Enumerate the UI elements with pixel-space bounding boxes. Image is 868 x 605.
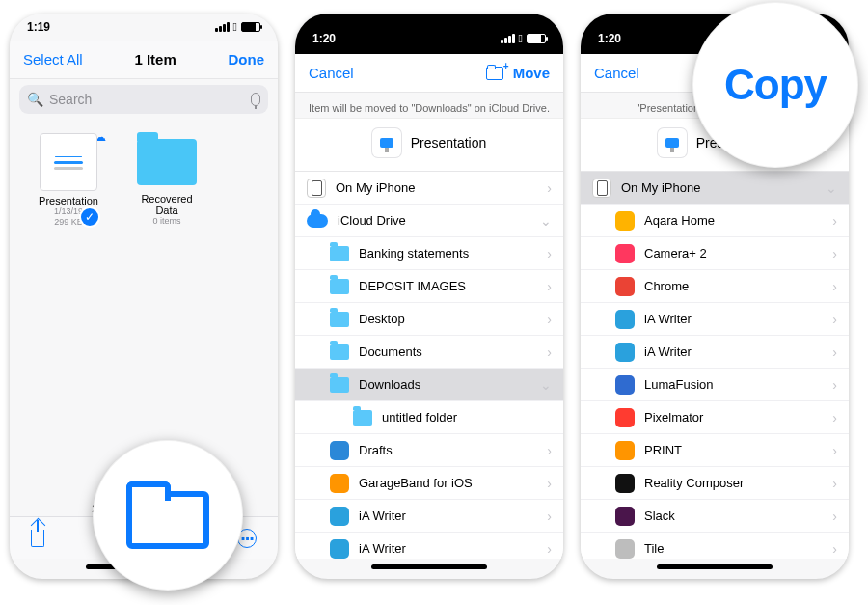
chevron-icon: › <box>832 541 837 557</box>
search-input[interactable]: 🔍 Search <box>19 85 268 114</box>
nav-bar: Select All 1 Item Done <box>10 41 278 79</box>
app-icon <box>615 310 635 329</box>
nav-bar: Cancel Move <box>295 54 563 93</box>
done-button[interactable]: Done <box>229 51 265 68</box>
location-row[interactable]: On My iPhone⌄ <box>581 172 849 205</box>
status-time: 1:20 <box>312 32 336 45</box>
app-icon <box>330 539 349 559</box>
magnifier-folder-icon <box>93 440 243 591</box>
location-row[interactable]: LumaFusion› <box>581 369 849 401</box>
row-label: GarageBand for iOS <box>359 476 473 490</box>
app-icon <box>330 441 349 460</box>
row-label: Reality Composer <box>644 476 744 490</box>
location-row[interactable]: Documents› <box>295 336 563 369</box>
chevron-icon: › <box>547 344 552 360</box>
location-row[interactable]: iA Writer› <box>295 533 563 559</box>
row-label: DEPOSIT IMAGES <box>359 279 466 293</box>
file-item-presentation[interactable]: ☁︎ ✓ Presentation 1/13/19 299 KB <box>31 133 106 228</box>
location-row[interactable]: Desktop› <box>295 303 563 336</box>
chevron-icon: › <box>547 476 552 491</box>
row-label: iA Writer <box>644 344 692 359</box>
app-icon <box>615 408 635 427</box>
folder-icon <box>126 491 209 549</box>
cancel-button[interactable]: Cancel <box>309 65 354 81</box>
select-all-button[interactable]: Select All <box>23 51 83 68</box>
location-row[interactable]: Reality Composer› <box>581 467 849 500</box>
row-label: Desktop <box>359 312 405 326</box>
chevron-icon: › <box>832 213 837 229</box>
file-thumb <box>40 133 97 191</box>
row-label: Camera+ 2 <box>644 246 707 261</box>
row-label: iA Writer <box>359 541 406 556</box>
app-icon <box>615 474 635 493</box>
chevron-icon: › <box>547 312 552 327</box>
chevron-icon: › <box>832 443 837 458</box>
share-button[interactable] <box>31 530 44 547</box>
row-label: Chrome <box>644 279 689 293</box>
location-row[interactable]: On My iPhone› <box>295 172 563 205</box>
magnifier-copy-label: Copy <box>692 2 858 168</box>
location-row[interactable]: Slack› <box>581 500 849 533</box>
app-icon <box>615 539 635 559</box>
folder-icon <box>330 377 349 393</box>
location-row[interactable]: Banking statements› <box>295 237 563 270</box>
location-row[interactable]: Aqara Home› <box>581 205 849 237</box>
row-label: untitled folder <box>382 410 457 425</box>
folder-meta: 0 items <box>129 216 204 227</box>
app-icon <box>615 507 635 526</box>
search-icon: 🔍 <box>27 92 43 107</box>
battery-icon <box>241 22 260 32</box>
cancel-button[interactable]: Cancel <box>594 65 639 81</box>
mic-icon[interactable] <box>251 93 260 106</box>
row-label: On My iPhone <box>621 180 700 195</box>
row-label: Documents <box>359 344 422 359</box>
location-row[interactable]: iA Writer› <box>581 336 849 369</box>
chevron-icon: › <box>832 279 837 294</box>
location-row[interactable]: Camera+ 2› <box>581 237 849 270</box>
location-row[interactable]: iCloud Drive⌄ <box>295 205 563 237</box>
wifi-icon: 􀙇 <box>233 20 237 34</box>
app-icon <box>615 375 635 395</box>
row-label: Drafts <box>359 443 393 457</box>
new-folder-icon[interactable] <box>486 67 503 80</box>
location-list[interactable]: On My iPhone›iCloud Drive⌄Banking statem… <box>295 172 563 559</box>
location-row[interactable]: Tile› <box>581 533 849 559</box>
location-row[interactable]: Chrome› <box>581 270 849 303</box>
status-time: 1:19 <box>27 20 50 34</box>
location-row[interactable]: PRINT› <box>581 434 849 467</box>
folder-item-recovered[interactable]: Recovered Data 0 items <box>129 133 204 228</box>
location-row[interactable]: Drafts› <box>295 434 563 467</box>
row-label: Slack <box>644 509 675 523</box>
location-row[interactable]: Pixelmator› <box>581 401 849 434</box>
location-row[interactable]: iA Writer› <box>295 500 563 533</box>
home-indicator <box>657 564 773 569</box>
file-header: Presentation <box>295 119 563 172</box>
folder-icon <box>330 279 349 294</box>
location-row[interactable]: untitled folder <box>295 401 563 434</box>
app-icon <box>615 277 635 296</box>
checkmark-icon: ✓ <box>81 208 98 226</box>
phone-move-sheet: 1:20 􀙇 Cancel Move Item will be moved to… <box>295 14 563 579</box>
location-row[interactable]: Downloads⌄ <box>295 369 563 401</box>
chevron-icon: › <box>547 443 552 458</box>
row-label: iA Writer <box>644 312 692 326</box>
file-header-name: Presentation <box>411 135 487 151</box>
status-icons: 􀙇 <box>501 32 546 45</box>
chevron-icon: › <box>547 541 552 557</box>
app-icon <box>330 474 349 493</box>
row-label: Downloads <box>359 377 420 392</box>
location-row[interactable]: iA Writer› <box>581 303 849 336</box>
folder-icon <box>353 410 372 426</box>
nav-title: 1 Item <box>134 51 176 68</box>
file-name: Presentation <box>31 195 106 206</box>
device-icon <box>307 179 326 198</box>
location-row[interactable]: DEPOSIT IMAGES› <box>295 270 563 303</box>
battery-icon <box>527 34 546 43</box>
row-label: PRINT <box>644 443 682 457</box>
row-label: iCloud Drive <box>338 213 406 228</box>
app-icon <box>615 211 635 231</box>
location-list[interactable]: On My iPhone⌄Aqara Home›Camera+ 2›Chrome… <box>581 172 849 559</box>
row-label: iA Writer <box>359 509 406 523</box>
move-button[interactable]: Move <box>513 65 550 81</box>
location-row[interactable]: GarageBand for iOS› <box>295 467 563 500</box>
